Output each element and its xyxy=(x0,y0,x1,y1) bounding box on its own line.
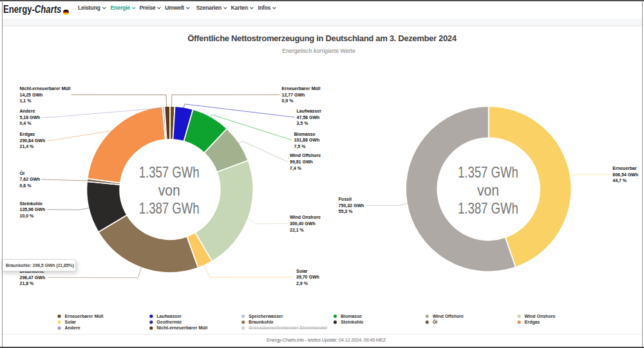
svg-text:0,4 %: 0,4 % xyxy=(20,121,32,126)
svg-text:21,4 %: 21,4 % xyxy=(20,144,35,149)
svg-text:135,96 GWh: 135,96 GWh xyxy=(20,207,46,212)
svg-text:Solar: Solar xyxy=(65,320,77,324)
svg-text:Laufwasser: Laufwasser xyxy=(297,109,322,113)
svg-text:55,3 %: 55,3 % xyxy=(339,209,354,214)
svg-text:7,62 GWh: 7,62 GWh xyxy=(20,177,41,182)
svg-text:1,1 %: 1,1 % xyxy=(20,98,32,104)
svg-text:Laufwasser: Laufwasser xyxy=(156,314,182,318)
svg-text:290,84 GWh: 290,84 GWh xyxy=(20,138,46,143)
svg-text:Fossil: Fossil xyxy=(339,197,352,201)
svg-text:Solar: Solar xyxy=(296,269,308,273)
svg-text:Steinkohle: Steinkohle xyxy=(341,320,364,324)
svg-text:0,9 %: 0,9 % xyxy=(282,98,294,104)
svg-text:Biomasse: Biomasse xyxy=(294,132,316,136)
svg-text:1.387 GWh: 1.387 GWh xyxy=(458,199,518,217)
svg-text:7,5 %: 7,5 % xyxy=(294,144,307,149)
svg-text:7,4 %: 7,4 % xyxy=(290,166,302,171)
svg-text:Erneuerbarer Müll: Erneuerbarer Müll xyxy=(282,86,321,91)
svg-text:Braunkohle: Braunkohle xyxy=(249,320,274,324)
svg-text:0,6 %: 0,6 % xyxy=(20,183,32,188)
svg-text:296,47 GWh: 296,47 GWh xyxy=(20,275,46,280)
svg-text:Wind Onshore: Wind Onshore xyxy=(290,215,321,219)
svg-text:Erdgas: Erdgas xyxy=(20,132,35,137)
svg-text:Wind Offshore: Wind Offshore xyxy=(290,153,321,158)
svg-text:Geothermie: Geothermie xyxy=(156,320,182,324)
svg-text:1.357 GWh: 1.357 GWh xyxy=(458,163,518,181)
svg-text:Erneuerbarer Müll: Erneuerbarer Müll xyxy=(65,314,104,318)
svg-text:2,9 %: 2,9 % xyxy=(296,281,308,286)
svg-text:Nicht-erneuerbarer Müll: Nicht-erneuerbarer Müll xyxy=(156,325,207,330)
svg-text:Biomasse: Biomasse xyxy=(341,314,362,318)
svg-text:Andere: Andere xyxy=(20,109,35,113)
svg-text:21,8 %: 21,8 % xyxy=(20,281,35,286)
svg-text:Nicht-erneuerbarer Müll: Nicht-erneuerbarer Müll xyxy=(20,86,71,91)
svg-text:Andere: Andere xyxy=(65,325,80,330)
svg-text:5,18 GWh: 5,18 GWh xyxy=(20,115,41,120)
svg-text:39,70 GWh: 39,70 GWh xyxy=(296,275,319,280)
svg-text:Erneuerbar: Erneuerbar xyxy=(612,166,637,170)
svg-text:12,77 GWh: 12,77 GWh xyxy=(282,93,305,98)
svg-text:1.387 GWh: 1.387 GWh xyxy=(139,199,200,217)
svg-text:Grenzüberschreitender Stromhan: Grenzüberschreitender Stromhandel xyxy=(249,325,327,330)
svg-text:Wind Onshore: Wind Onshore xyxy=(525,314,556,318)
svg-text:750,32 GWh: 750,32 GWh xyxy=(339,203,365,208)
svg-text:47,58 GWh: 47,58 GWh xyxy=(297,115,320,120)
svg-text:14,25 GWh: 14,25 GWh xyxy=(20,93,43,98)
svg-text:Erdgas: Erdgas xyxy=(525,320,540,325)
svg-text:Öl: Öl xyxy=(433,319,437,324)
svg-text:1.357 GWh: 1.357 GWh xyxy=(139,163,200,181)
svg-text:3,5 %: 3,5 % xyxy=(297,121,309,126)
svg-text:10,0 %: 10,0 % xyxy=(20,214,35,219)
svg-text:Wind Offshore: Wind Offshore xyxy=(433,314,464,318)
svg-text:300,40 GWh: 300,40 GWh xyxy=(290,221,316,226)
svg-text:von: von xyxy=(477,181,499,199)
svg-text:von: von xyxy=(158,181,180,199)
svg-text:22,1 %: 22,1 % xyxy=(290,228,305,233)
svg-text:Öl: Öl xyxy=(20,170,24,176)
svg-text:101,88 GWh: 101,88 GWh xyxy=(294,138,320,143)
svg-text:44,7 %: 44,7 % xyxy=(612,178,627,183)
svg-text:99,81 GWh: 99,81 GWh xyxy=(290,160,313,165)
svg-text:Speicherwasser: Speicherwasser xyxy=(249,314,283,319)
svg-text:Steinkohle: Steinkohle xyxy=(20,201,43,206)
svg-text:606,54 GWh: 606,54 GWh xyxy=(612,172,638,178)
